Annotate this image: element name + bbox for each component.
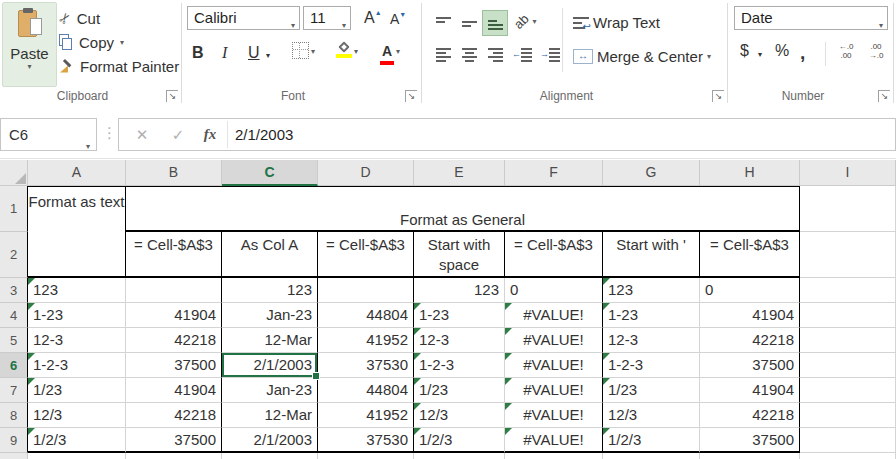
comma-style-button[interactable]: ,: [800, 42, 805, 64]
row-header-8[interactable]: 8: [0, 403, 28, 428]
cell-H3[interactable]: 0: [700, 278, 800, 303]
column-header-E[interactable]: E: [414, 160, 505, 186]
cell-I5[interactable]: [800, 328, 896, 353]
paste-dropdown-icon[interactable]: ▾: [3, 62, 56, 71]
cell-B9[interactable]: 37500: [126, 428, 222, 453]
cut-button[interactable]: ✂ Cut: [59, 7, 100, 29]
row-header-6[interactable]: 6: [0, 353, 28, 378]
cell-H5[interactable]: 42218: [700, 328, 800, 353]
column-header-B[interactable]: B: [126, 160, 222, 186]
cell-F3[interactable]: 0: [505, 278, 603, 303]
cell-I3[interactable]: [800, 278, 896, 303]
cell-E4[interactable]: 1-23: [414, 303, 505, 328]
cell-E9[interactable]: 1/2/3: [414, 428, 505, 453]
align-right-button[interactable]: [482, 42, 508, 68]
underline-dropdown-icon[interactable]: ▾: [266, 51, 270, 60]
paste-button[interactable]: Paste ▾: [2, 2, 57, 87]
cell-A7[interactable]: 1/23: [28, 378, 126, 403]
cell-B1-merged[interactable]: Format as General: [126, 186, 800, 232]
cell-E3[interactable]: 123: [414, 278, 505, 303]
align-left-button[interactable]: [430, 42, 456, 68]
italic-button[interactable]: I: [222, 44, 227, 62]
cell-A10[interactable]: [28, 453, 126, 459]
font-family-dropdown-icon[interactable]: ▾: [291, 15, 295, 37]
cell-G7[interactable]: 1/23: [603, 378, 700, 403]
name-box[interactable]: C6 ▾: [0, 118, 97, 151]
wrap-text-button[interactable]: ↩ Wrap Text: [573, 14, 660, 31]
cell-H2[interactable]: = Cell-$A$3: [700, 232, 800, 278]
column-header-G[interactable]: G: [603, 160, 700, 186]
formula-bar-resize-handle[interactable]: ⋮: [102, 124, 117, 142]
cell-C7[interactable]: Jan-23: [222, 378, 318, 403]
cell-I10[interactable]: [800, 453, 896, 459]
cell-E5[interactable]: 12-3: [414, 328, 505, 353]
cell-B2[interactable]: = Cell-$A$3: [126, 232, 222, 278]
cell-A3[interactable]: 123: [28, 278, 126, 303]
insert-function-button[interactable]: fx: [195, 119, 225, 150]
font-color-button[interactable]: A ▾: [380, 42, 400, 65]
row-header-7[interactable]: 7: [0, 378, 28, 403]
decrease-indent-button[interactable]: ←: [514, 48, 532, 62]
cell-I6[interactable]: [800, 353, 896, 378]
fill-color-dropdown-icon[interactable]: ▾: [354, 47, 358, 56]
cell-F2[interactable]: = Cell-$A$3: [505, 232, 603, 278]
cell-F7[interactable]: #VALUE!: [505, 378, 603, 403]
column-header-D[interactable]: D: [318, 160, 414, 186]
font-family-combo[interactable]: Calibri ▾: [187, 6, 300, 30]
cell-E2[interactable]: Start with space: [414, 232, 505, 278]
cell-B6[interactable]: 37500: [126, 353, 222, 378]
cell-D5[interactable]: 41952: [318, 328, 414, 353]
cell-G10[interactable]: [603, 453, 700, 459]
cell-E6[interactable]: 1-2-3: [414, 353, 505, 378]
bold-button[interactable]: B: [192, 44, 204, 62]
cell-G2[interactable]: Start with ': [603, 232, 700, 278]
cell-A6[interactable]: 1-2-3: [28, 353, 126, 378]
format-painter-button[interactable]: Format Painter: [59, 55, 179, 77]
top-align-button[interactable]: [430, 10, 456, 36]
bottom-align-button[interactable]: [482, 10, 508, 36]
cell-C2[interactable]: As Col A: [222, 232, 318, 278]
font-size-combo[interactable]: 11 ▾: [303, 6, 351, 30]
cell-B8[interactable]: 42218: [126, 403, 222, 428]
merge-center-button[interactable]: ↔ Merge & Center ▾: [573, 48, 711, 65]
cell-C10[interactable]: [222, 453, 318, 459]
cell-F4[interactable]: #VALUE!: [505, 303, 603, 328]
merge-center-dropdown-icon[interactable]: ▾: [707, 52, 711, 61]
cell-H7[interactable]: 41904: [700, 378, 800, 403]
alignment-dialog-launcher-icon[interactable]: ↘: [712, 90, 724, 102]
cell-F5[interactable]: #VALUE!: [505, 328, 603, 353]
cell-F6[interactable]: #VALUE!: [505, 353, 603, 378]
cell-C3[interactable]: 123: [222, 278, 318, 303]
cell-I7[interactable]: [800, 378, 896, 403]
cell-C9[interactable]: 2/1/2003: [222, 428, 318, 453]
decrease-decimal-button[interactable]: .00 →.0: [863, 42, 889, 60]
cell-H6[interactable]: 37500: [700, 353, 800, 378]
cell-D8[interactable]: 41952: [318, 403, 414, 428]
cell-D10[interactable]: [318, 453, 414, 459]
fill-handle[interactable]: [312, 372, 320, 380]
middle-align-button[interactable]: [456, 10, 482, 36]
cancel-button[interactable]: ✕: [127, 119, 157, 150]
row-header-5[interactable]: 5: [0, 328, 28, 353]
formula-input[interactable]: 2/1/2003: [235, 119, 891, 150]
orientation-button[interactable]: ab ▾: [514, 14, 536, 29]
column-header-I[interactable]: I: [800, 160, 896, 186]
cell-I9[interactable]: [800, 428, 896, 453]
cell-G3[interactable]: 123: [603, 278, 700, 303]
cell-C5[interactable]: 12-Mar: [222, 328, 318, 353]
cell-F8[interactable]: #VALUE!: [505, 403, 603, 428]
cell-H8[interactable]: 42218: [700, 403, 800, 428]
orientation-dropdown-icon[interactable]: ▾: [532, 17, 536, 26]
percent-style-button[interactable]: %: [775, 42, 789, 60]
cell-A9[interactable]: 1/2/3: [28, 428, 126, 453]
align-center-button[interactable]: [456, 42, 482, 68]
cell-I8[interactable]: [800, 403, 896, 428]
clipboard-dialog-launcher-icon[interactable]: ↘: [166, 90, 178, 102]
cell-F10[interactable]: [505, 453, 603, 459]
grow-font-button[interactable]: A▲: [364, 9, 382, 27]
cell-B5[interactable]: 42218: [126, 328, 222, 353]
row-header-4[interactable]: 4: [0, 303, 28, 328]
increase-indent-button[interactable]: →: [542, 48, 560, 62]
cell-C8[interactable]: 12-Mar: [222, 403, 318, 428]
cell-F9[interactable]: #VALUE!: [505, 428, 603, 453]
